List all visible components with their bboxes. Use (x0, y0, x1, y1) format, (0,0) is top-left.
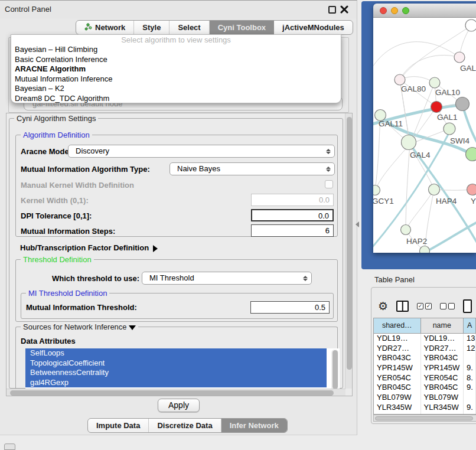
manual-kernel-width-label: Manual Kernel Width Definition (21, 181, 134, 190)
table-cell: YDR27… (421, 344, 464, 354)
float-window-icon[interactable] (328, 6, 336, 14)
mi-steps-input[interactable]: 6 (251, 224, 334, 237)
algorithm-option[interactable]: Bayesian – Hill Climbing (11, 45, 341, 55)
network-node[interactable] (465, 19, 476, 31)
column-header-shared-name[interactable]: shared… (374, 318, 421, 333)
table-horizontal-scrollbar[interactable] (373, 415, 476, 422)
node-label: GAL11 (379, 119, 403, 128)
network-node-gal1[interactable] (431, 102, 442, 113)
network-node-gal80[interactable] (395, 74, 405, 85)
algorithm-option[interactable]: Dream8 DC_TDC Algorithm (11, 94, 341, 104)
algorithm-option[interactable]: Basic Correlation Inference (11, 55, 341, 65)
sources-title[interactable]: Sources for Network Inference (21, 322, 138, 331)
columns-icon[interactable] (396, 301, 409, 312)
table-cell: YDL19… (374, 334, 421, 344)
network-node-hap2[interactable] (401, 225, 411, 235)
algorithm-option[interactable]: ARACNE Algorithm (11, 64, 341, 74)
tab-jactivemnodules[interactable]: jActiveMNodules (274, 21, 353, 34)
settings-horizontal-scrollbar[interactable] (6, 389, 345, 396)
node-label: Y (471, 197, 476, 206)
column-header-name[interactable]: name (421, 318, 464, 333)
network-icon (84, 23, 92, 32)
dpi-tolerance-input[interactable]: 0.0 (251, 209, 334, 221)
manual-kernel-width-checkbox[interactable] (325, 180, 333, 188)
collapsed-arrow-icon (153, 245, 158, 252)
gear-icon[interactable]: ⚙ (378, 301, 388, 312)
network-node-gcy1[interactable] (373, 185, 380, 195)
table-row[interactable]: YLR345WYLR345W9. (374, 403, 476, 413)
deselect-all-columns-icon[interactable] (440, 303, 455, 309)
node-label: GAL10 (435, 88, 460, 97)
bottom-left-mini-button[interactable] (4, 444, 15, 450)
network-node-hap4[interactable] (429, 184, 440, 195)
table-row[interactable]: YPR145WYPR145W9. (374, 363, 476, 373)
table-header-row: shared… name A (374, 318, 476, 334)
tab-discretize-data[interactable]: Discretize Data (149, 419, 221, 432)
network-node-gal10[interactable] (429, 77, 440, 88)
window-minimize-icon[interactable] (391, 7, 398, 14)
aracne-mode-combo[interactable]: Discovery (68, 145, 335, 158)
table-cell: 9. (464, 403, 476, 413)
attribute-item-selected[interactable]: gal4RGexp (25, 378, 327, 388)
table-cell (464, 353, 476, 363)
algorithm-option[interactable]: Bayesian – K2 (11, 84, 341, 94)
network-node[interactable] (456, 97, 470, 111)
tab-cyni-toolbox[interactable]: Cyni Toolbox (210, 21, 274, 34)
table-cell: YDL19… (421, 334, 464, 344)
select-all-columns-icon[interactable]: ✓✓ (417, 303, 432, 309)
tab-style[interactable]: Style (134, 21, 169, 34)
table-cell: YBL079W (374, 393, 421, 403)
table-toolbar: ⚙ ✓✓ (378, 297, 476, 315)
table-row[interactable]: YBR045CYBR045C9. (374, 383, 476, 393)
network-node-y[interactable] (467, 184, 476, 195)
which-threshold-combo[interactable]: MI Threshold (142, 272, 312, 285)
network-node[interactable] (420, 246, 430, 253)
table-row[interactable]: YER054CYER054C8. (374, 373, 476, 383)
tab-infer-network[interactable]: Infer Network (221, 419, 287, 432)
node-label: GCY1 (373, 197, 394, 206)
which-threshold-label: Which threshold to use: (52, 274, 139, 283)
hub-definition-toggle[interactable]: Hub/Transcription Factor Definition (20, 243, 158, 252)
algorithm-option[interactable]: Mutual Information Inference (11, 74, 341, 84)
mi-threshold-group: MI Threshold Definition Mutual Informati… (21, 293, 334, 319)
dpi-tolerance-label: DPI Tolerance [0,1]: (21, 211, 92, 220)
new-table-icon[interactable] (463, 299, 472, 313)
tab-impute-data[interactable]: Impute Data (88, 419, 149, 432)
network-node-gal[interactable] (454, 52, 465, 63)
table-cell: YER054C (421, 373, 464, 383)
attribute-item-selected[interactable]: SelfLoops (25, 348, 327, 358)
attributes-scrollbar[interactable] (331, 350, 338, 391)
network-window-titlebar[interactable] (373, 4, 476, 18)
network-node-gal4[interactable] (402, 135, 416, 150)
table-row[interactable]: YDL19…YDL19…13 (374, 334, 476, 344)
network-node-swi4[interactable] (444, 123, 455, 135)
close-icon[interactable] (340, 5, 348, 14)
kernel-width-input[interactable]: 0.0 (251, 194, 334, 206)
tab-select[interactable]: Select (169, 21, 209, 34)
apply-button[interactable]: Apply (158, 399, 200, 412)
tab-network[interactable]: Network (76, 21, 134, 34)
window-zoom-icon[interactable] (402, 7, 409, 14)
table-row[interactable]: YDR27…YDR27…12 (374, 344, 476, 354)
network-window: GALGAL80GAL10GAL1GAL11SWI4GAL4GCY1HAP4YH… (373, 4, 476, 253)
column-header-clipped[interactable]: A (464, 318, 476, 333)
mi-threshold-input[interactable]: 0.5 (250, 301, 330, 314)
table-row[interactable]: YBR043CYBR043C (374, 353, 476, 363)
control-panel-title: Control Panel (5, 5, 51, 14)
attribute-item-selected[interactable]: BetweennessCentrality (25, 368, 327, 378)
split-collapse-icon[interactable] (356, 221, 359, 227)
control-panel-tabbar: Network Style Select Cyni Toolbox jActiv… (76, 20, 353, 35)
node-label: GAL80 (401, 84, 426, 93)
combo-spinner-icon (324, 165, 332, 174)
window-close-icon[interactable] (380, 7, 387, 14)
mi-algorithm-type-combo[interactable]: Naive Bayes (169, 162, 335, 175)
settings-vertical-scrollbar[interactable] (345, 113, 352, 389)
kernel-width-label: Kernel Width (0,1): (21, 196, 89, 205)
table-row[interactable]: YBL079WYBL079W (374, 393, 476, 403)
attribute-item-selected[interactable]: TopologicalCoefficient (25, 358, 327, 369)
table-cell: YLR345W (374, 403, 421, 413)
network-node[interactable] (466, 148, 476, 161)
network-canvas[interactable]: GALGAL80GAL10GAL1GAL11SWI4GAL4GCY1HAP4YH… (373, 18, 476, 253)
table-cell: 9. (464, 363, 476, 373)
table-cell: YBR045C (421, 383, 464, 393)
